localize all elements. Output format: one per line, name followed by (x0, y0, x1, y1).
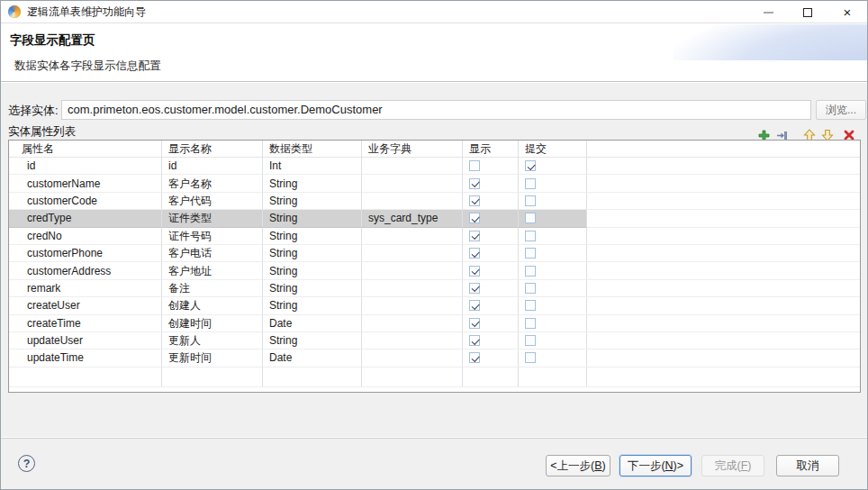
cell-filler (587, 228, 860, 245)
table-row[interactable]: ididInt (9, 158, 860, 175)
submit-checkbox[interactable] (525, 266, 536, 277)
table-row[interactable]: createUser创建人String (9, 297, 860, 314)
cell-dict (362, 158, 463, 175)
submit-checkbox[interactable] (525, 231, 536, 241)
cell-data-type: String (263, 210, 362, 227)
show-checkbox[interactable] (469, 352, 480, 363)
col-header-name[interactable]: 属性名 (9, 141, 162, 158)
cell-name: credNo (9, 228, 162, 245)
show-checkbox-cell (463, 245, 519, 262)
show-checkbox[interactable] (469, 335, 480, 346)
empty-cell (587, 368, 860, 387)
col-header-filler (587, 141, 860, 158)
empty-row (9, 368, 860, 387)
show-checkbox[interactable] (469, 231, 480, 241)
submit-checkbox-cell (519, 175, 587, 192)
table-body: ididIntcustomerName客户名称StringcustomerCod… (9, 158, 860, 387)
empty-cell (463, 368, 519, 387)
show-checkbox[interactable] (469, 283, 480, 294)
col-header-dict[interactable]: 业务字典 (362, 141, 463, 158)
button-bar: ? <上一步(B) 下一步(N)> 完成(F) 取消 (1, 438, 867, 489)
show-checkbox[interactable] (469, 300, 480, 311)
page-title: 字段显示配置页 (10, 32, 95, 49)
table-row[interactable]: credNo证件号码String (9, 228, 860, 245)
cell-dict (362, 193, 463, 210)
table-row[interactable]: customerAddress客户地址String (9, 262, 860, 279)
cell-data-type: String (263, 297, 362, 314)
cell-dict (362, 332, 463, 349)
cell-dict: sys_card_type (362, 210, 463, 227)
show-checkbox[interactable] (469, 266, 480, 277)
empty-cell (362, 368, 463, 387)
col-header-data-type[interactable]: 数据类型 (263, 141, 362, 158)
submit-checkbox[interactable] (525, 195, 536, 206)
submit-checkbox-cell (519, 262, 587, 279)
show-checkbox[interactable] (469, 248, 480, 259)
next-button[interactable]: 下一步(N)> (619, 455, 692, 476)
entity-input[interactable]: com.primeton.eos.customer.model.customer… (61, 100, 811, 120)
submit-checkbox[interactable] (525, 178, 536, 189)
cell-name: updateUser (9, 332, 162, 349)
close-icon: × (844, 5, 852, 19)
cell-display-name: 客户名称 (162, 175, 263, 192)
cell-data-type: Date (263, 315, 362, 332)
submit-checkbox[interactable] (525, 318, 536, 329)
cell-data-type: String (263, 228, 362, 245)
cell-display-name: 客户电话 (162, 245, 263, 262)
browse-button[interactable]: 浏览... (816, 100, 866, 120)
submit-checkbox[interactable] (525, 160, 536, 171)
cell-dict (362, 297, 463, 314)
cell-display-name: 创建人 (162, 297, 263, 314)
show-checkbox-cell (463, 349, 519, 367)
submit-checkbox[interactable] (525, 213, 536, 223)
show-checkbox-cell (463, 175, 519, 192)
table-row[interactable]: customerName客户名称String (9, 175, 860, 192)
cell-name: createUser (9, 297, 162, 314)
show-checkbox-cell (463, 262, 519, 279)
col-header-display-name[interactable]: 显示名称 (162, 141, 263, 158)
cancel-button[interactable]: 取消 (776, 455, 839, 476)
cell-name: customerAddress (9, 262, 162, 279)
table-row[interactable]: updateTime更新时间Date (9, 349, 860, 367)
help-button[interactable]: ? (18, 455, 35, 472)
show-checkbox[interactable] (469, 318, 480, 329)
empty-cell (162, 368, 263, 387)
table-row[interactable]: remark备注String (9, 280, 860, 297)
cell-dict (362, 175, 463, 192)
window-controls: × (748, 1, 867, 23)
show-checkbox[interactable] (469, 160, 480, 171)
table-row[interactable]: customerPhone客户电话String (9, 245, 860, 262)
table-row[interactable]: createTime创建时间Date (9, 315, 860, 332)
submit-checkbox-cell (519, 297, 587, 314)
cell-display-name: 证件号码 (162, 228, 263, 245)
table-row[interactable]: customerCode客户代码String (9, 193, 860, 210)
table-row[interactable]: credType证件类型Stringsys_card_type (9, 210, 860, 227)
cell-dict (362, 245, 463, 262)
back-button[interactable]: <上一步(B) (546, 455, 610, 476)
show-checkbox[interactable] (469, 178, 480, 189)
cell-filler (587, 210, 860, 227)
window-title: 逻辑流单表维护功能向导 (27, 5, 146, 20)
maximize-button[interactable] (788, 1, 827, 23)
submit-checkbox[interactable] (525, 248, 536, 259)
cell-name: remark (9, 280, 162, 297)
cell-filler (587, 315, 860, 332)
cell-name: createTime (9, 315, 162, 332)
app-logo-icon (8, 5, 21, 18)
show-checkbox-cell (463, 280, 519, 297)
close-button[interactable]: × (827, 1, 867, 23)
col-header-show[interactable]: 显示 (463, 141, 519, 158)
submit-checkbox[interactable] (525, 352, 536, 363)
table-row[interactable]: updateUser更新人String (9, 332, 860, 349)
cell-filler (587, 280, 860, 297)
col-header-submit[interactable]: 提交 (519, 141, 587, 158)
minimize-button[interactable] (748, 1, 788, 23)
show-checkbox[interactable] (469, 213, 480, 223)
finish-button: 完成(F) (701, 455, 764, 476)
submit-checkbox[interactable] (525, 300, 536, 311)
cell-name: customerCode (9, 193, 162, 210)
submit-checkbox[interactable] (525, 283, 536, 294)
submit-checkbox[interactable] (525, 335, 536, 346)
cell-name: credType (9, 210, 162, 227)
show-checkbox[interactable] (469, 195, 480, 206)
